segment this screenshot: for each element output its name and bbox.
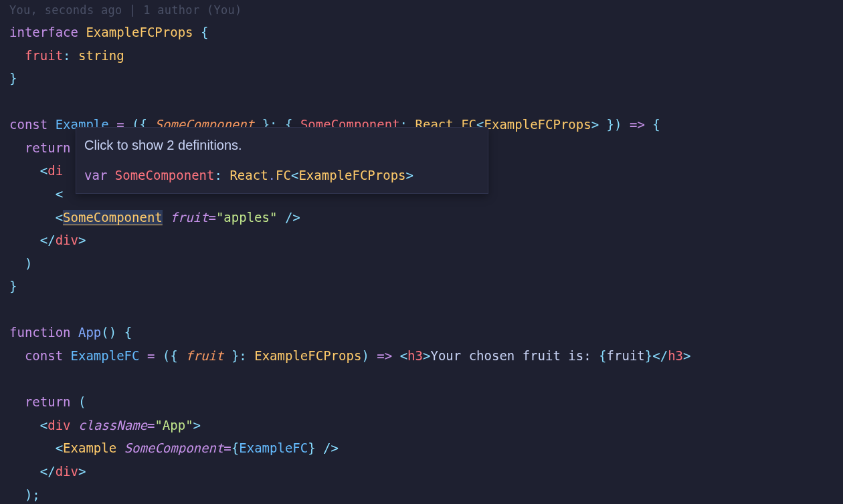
keyword-interface: interface (9, 25, 78, 39)
eq2: = (147, 348, 155, 363)
jsx-selfclose-slash: / (285, 210, 292, 225)
generic-arg[interactable]: ExampleFCProps (484, 117, 591, 132)
h3-tag: h3 (407, 348, 423, 363)
brace-open: { (201, 25, 208, 39)
expr-fruit[interactable]: fruit (607, 348, 645, 363)
attr-eq3: = (223, 440, 231, 455)
app-paren-open: ( (101, 325, 108, 340)
attr-classname: className (78, 418, 147, 432)
body-close: } (9, 279, 17, 293)
keyword-return2: return (25, 394, 71, 409)
tooltip-colon: : (215, 168, 222, 182)
h3-open-lt: < (400, 348, 407, 363)
arrow: => (630, 117, 645, 132)
string-apples: "apples" (216, 210, 278, 225)
ex-lt: < (56, 440, 63, 455)
tooltip-fc: FC (276, 168, 291, 182)
fc-type-colon: : (239, 348, 246, 363)
h3-close-gt: > (683, 348, 690, 363)
tooltip-var-name: SomeComponent (115, 168, 215, 182)
type-name[interactable]: ExampleFCProps (86, 25, 193, 39)
function-app[interactable]: App (78, 325, 101, 340)
app-div-gt: > (193, 418, 201, 432)
attr-eq2: = (147, 418, 155, 432)
h3-close-lt: < (652, 348, 660, 363)
jsx-attr-fruit: fruit (170, 210, 208, 225)
fc-paren-open: ( (163, 348, 170, 363)
app-div-lt: < (40, 418, 48, 432)
type-string: string (78, 48, 124, 63)
app-div-close-slash: / (48, 464, 55, 479)
property-fruit: fruit (25, 48, 63, 63)
tooltip-gt: > (406, 168, 413, 182)
return-paren-close: ) (25, 256, 32, 271)
keyword-function: function (9, 325, 71, 340)
ret-paren-close: ) (25, 487, 32, 502)
keyword-const2: const (25, 348, 63, 363)
ret-semi: ; (32, 487, 39, 502)
attr-brace-close: } (308, 440, 315, 455)
text-your-chosen: Your chosen fruit is: (430, 348, 599, 363)
tooltip-title[interactable]: Click to show 2 definitions. (84, 134, 480, 156)
generic-close: > (591, 117, 599, 132)
ex-slash: / (323, 440, 331, 455)
tooltip-lt: < (291, 168, 298, 182)
attr-some-component: SomeComponent (124, 440, 224, 455)
paren-close: ) (614, 117, 622, 132)
jsx-open: < (40, 163, 48, 178)
keyword-return: return (25, 140, 71, 155)
tooltip-react-ns: React (229, 168, 268, 182)
attr-brace-open: { (231, 440, 239, 455)
app-div-tag: div (48, 418, 70, 432)
code-editor[interactable]: interface ExampleFCProps { fruit: string… (9, 21, 834, 504)
attr-eq: = (208, 210, 215, 225)
tooltip-var-kw: var (84, 168, 107, 182)
jsx-close-div: div (56, 233, 78, 247)
h3-close-slash: / (660, 348, 668, 363)
jsx-lt2: < (56, 210, 63, 225)
app-div-close-lt: < (40, 464, 48, 479)
brace-close: } (9, 71, 17, 86)
fc-destruct-open: { (170, 348, 177, 363)
type-brace-close: } (607, 117, 614, 132)
git-blame-annotation: You, seconds ago | 1 author (You) (9, 0, 834, 21)
h3-close-tag: h3 (668, 348, 683, 363)
string-app: "App" (155, 418, 193, 432)
body-open: { (652, 117, 660, 132)
jsx-di: di (48, 163, 63, 178)
ret-paren-open: ( (78, 394, 86, 409)
app-div-close-gt: > (78, 464, 86, 479)
jsx-lt-hidden: < (56, 186, 63, 201)
jsx-some-component-hover[interactable]: SomeComponent (63, 210, 163, 225)
jsx-example[interactable]: Example (63, 440, 116, 455)
ref-examplefc[interactable]: ExampleFC (239, 440, 308, 455)
jsx-close-gt: > (78, 233, 86, 247)
app-body-open: { (124, 325, 132, 340)
tooltip-dot: . (268, 168, 276, 182)
app-div-close-tag: div (56, 464, 78, 479)
ex-gt: > (331, 440, 339, 455)
const-examplefc[interactable]: ExampleFC (71, 348, 140, 363)
fc-destruct-close: } (231, 348, 239, 363)
fc-arrow: => (377, 348, 392, 363)
h3-open-gt: > (423, 348, 430, 363)
tooltip-props-type: ExampleFCProps (298, 168, 405, 182)
expr-close: } (645, 348, 652, 363)
jsx-selfclose-gt: > (292, 210, 300, 225)
jsx-close-lt: < (40, 233, 48, 247)
colon: : (63, 48, 70, 63)
keyword-const: const (9, 117, 48, 132)
param-fruit[interactable]: fruit (185, 348, 223, 363)
app-paren-close: ) (109, 325, 116, 340)
fc-paren-close: ) (361, 348, 369, 363)
fc-type-ref[interactable]: ExampleFCProps (254, 348, 361, 363)
expr-open: { (599, 348, 606, 363)
jsx-close-slash: / (48, 233, 55, 247)
tooltip-code: var SomeComponent: React.FC<ExampleFCPro… (84, 165, 480, 185)
hover-definition-tooltip[interactable]: Click to show 2 definitions. var SomeCom… (76, 127, 488, 194)
